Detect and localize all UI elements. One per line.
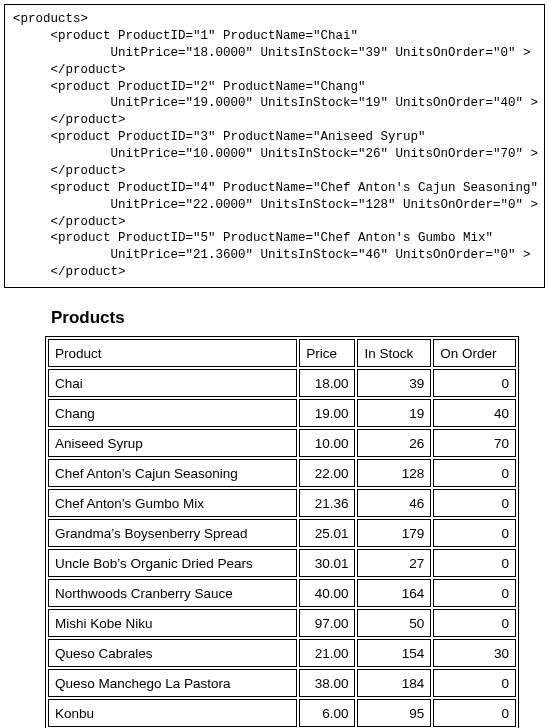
cell-in-stock: 50 — [357, 609, 431, 637]
cell-on-order: 0 — [433, 699, 516, 727]
cell-price: 18.00 — [299, 369, 355, 397]
table-row: Chai18.00390 — [48, 369, 516, 397]
cell-on-order: 0 — [433, 459, 516, 487]
table-header-row: Product Price In Stock On Order — [48, 339, 516, 367]
cell-in-stock: 128 — [357, 459, 431, 487]
cell-product: Mishi Kobe Niku — [48, 609, 297, 637]
cell-product: Queso Manchego La Pastora — [48, 669, 297, 697]
cell-price: 38.00 — [299, 669, 355, 697]
cell-in-stock: 154 — [357, 639, 431, 667]
cell-product: Northwoods Cranberry Sauce — [48, 579, 297, 607]
cell-price: 40.00 — [299, 579, 355, 607]
cell-product: Chai — [48, 369, 297, 397]
cell-price: 97.00 — [299, 609, 355, 637]
cell-product: Chef Anton’s Cajun Seasoning — [48, 459, 297, 487]
table-row: Aniseed Syrup10.002670 — [48, 429, 516, 457]
header-in-stock: In Stock — [357, 339, 431, 367]
cell-product: Chang — [48, 399, 297, 427]
cell-on-order: 0 — [433, 549, 516, 577]
cell-price: 22.00 — [299, 459, 355, 487]
cell-price: 21.00 — [299, 639, 355, 667]
cell-on-order: 0 — [433, 369, 516, 397]
table-section: Products Product Price In Stock On Order… — [0, 308, 549, 728]
cell-product: Konbu — [48, 699, 297, 727]
cell-in-stock: 184 — [357, 669, 431, 697]
cell-on-order: 0 — [433, 489, 516, 517]
cell-in-stock: 179 — [357, 519, 431, 547]
cell-in-stock: 95 — [357, 699, 431, 727]
xml-code-block: <products> <product ProductID="1" Produc… — [4, 4, 545, 288]
cell-on-order: 0 — [433, 609, 516, 637]
cell-in-stock: 27 — [357, 549, 431, 577]
table-row: Mishi Kobe Niku97.00500 — [48, 609, 516, 637]
table-row: Queso Manchego La Pastora38.001840 — [48, 669, 516, 697]
cell-price: 21.36 — [299, 489, 355, 517]
products-table: Product Price In Stock On Order Chai18.0… — [45, 336, 519, 728]
header-product: Product — [48, 339, 297, 367]
table-row: Queso Cabrales21.0015430 — [48, 639, 516, 667]
header-on-order: On Order — [433, 339, 516, 367]
cell-product: Aniseed Syrup — [48, 429, 297, 457]
table-row: Chef Anton’s Cajun Seasoning22.001280 — [48, 459, 516, 487]
cell-on-order: 0 — [433, 519, 516, 547]
cell-in-stock: 164 — [357, 579, 431, 607]
table-row: Chef Anton’s Gumbo Mix21.36460 — [48, 489, 516, 517]
cell-price: 30.01 — [299, 549, 355, 577]
cell-on-order: 0 — [433, 669, 516, 697]
cell-in-stock: 39 — [357, 369, 431, 397]
cell-on-order: 40 — [433, 399, 516, 427]
cell-on-order: 70 — [433, 429, 516, 457]
xml-code-text: <products> <product ProductID="1" Produc… — [13, 12, 538, 279]
cell-price: 25.01 — [299, 519, 355, 547]
cell-product: Queso Cabrales — [48, 639, 297, 667]
cell-price: 10.00 — [299, 429, 355, 457]
cell-product: Uncle Bob’s Organic Dried Pears — [48, 549, 297, 577]
cell-price: 6.00 — [299, 699, 355, 727]
cell-price: 19.00 — [299, 399, 355, 427]
header-price: Price — [299, 339, 355, 367]
table-row: Konbu6.00950 — [48, 699, 516, 727]
table-row: Grandma’s Boysenberry Spread25.011790 — [48, 519, 516, 547]
cell-product: Chef Anton’s Gumbo Mix — [48, 489, 297, 517]
cell-on-order: 0 — [433, 579, 516, 607]
cell-on-order: 30 — [433, 639, 516, 667]
table-row: Uncle Bob’s Organic Dried Pears30.01270 — [48, 549, 516, 577]
cell-product: Grandma’s Boysenberry Spread — [48, 519, 297, 547]
table-row: Northwoods Cranberry Sauce40.001640 — [48, 579, 516, 607]
cell-in-stock: 46 — [357, 489, 431, 517]
table-title: Products — [51, 308, 519, 328]
table-row: Chang19.001940 — [48, 399, 516, 427]
cell-in-stock: 19 — [357, 399, 431, 427]
cell-in-stock: 26 — [357, 429, 431, 457]
